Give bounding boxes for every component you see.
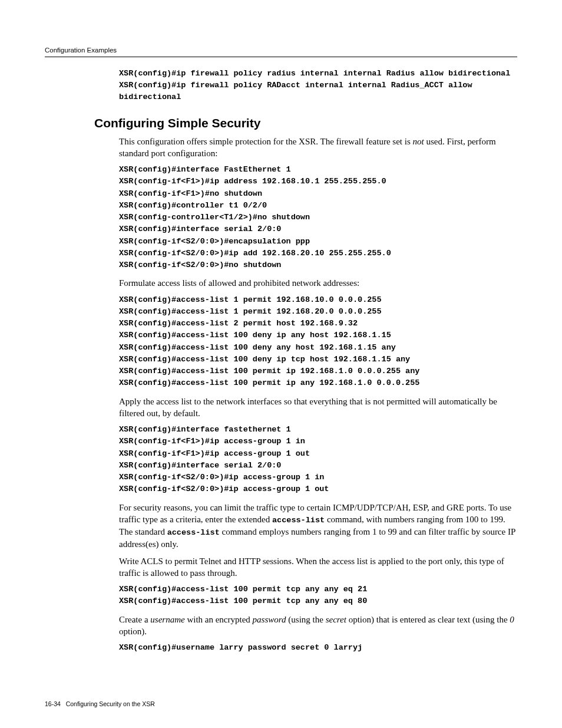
emphasis-secret: secret [326,615,346,624]
running-head: Configuration Examples [45,46,517,55]
code-block-3: XSR(config)#interface fastethernet 1 XSR… [119,424,517,496]
code-line: XSR(config)#access-list 100 permit ip 19… [119,367,419,375]
section-body: This configuration offers simple protect… [45,136,517,654]
code-line: XSR(config-if<S2/0:0>)#ip access-group 1… [119,485,329,493]
paragraph-4: Write ACLS to permit Telnet and HTTP ses… [119,555,517,579]
code-line: XSR(config-if<F1>)#ip access-group 1 out [119,449,310,458]
code-line: XSR(config)#access-list 100 deny ip tcp … [119,355,410,364]
text: (using the [286,615,326,624]
paragraph-2: Apply the access list to the network int… [119,396,517,420]
code-block-4: XSR(config)#access-list 100 permit tcp a… [119,584,517,608]
footer-text: Configuring Security on the XSR [66,700,155,707]
text: option) that is entered as clear text (u… [346,615,510,624]
header-rule [45,57,517,57]
code-block-1: XSR(config)#interface FastEthernet 1 XSR… [119,164,517,271]
code-line: XSR(config)#access-list 1 permit 192.168… [119,295,382,304]
text: This configuration offers simple protect… [119,137,412,146]
paragraph-3: For security reasons, you can limit the … [119,502,517,551]
inline-code-access-list: access-list [272,516,325,525]
emphasis-password: password [253,615,286,624]
intro-paragraph: This configuration offers simple protect… [119,136,517,160]
code-line: XSR(config-if<F1>)#no shutdown [119,189,262,198]
code-line: XSR(config)#access-list 100 deny ip any … [119,331,391,340]
code-line: XSR(config)#interface fastethernet 1 [119,425,291,434]
inline-code-access-list: access-list [167,528,220,537]
page-footer: 16-34 Configuring Security on the XSR [45,700,155,708]
code-line: XSR(config-if<S2/0:0>)#ip add 192.168.20… [119,249,391,258]
paragraph-5: Create a username with an encrypted pass… [119,614,517,638]
text: option). [119,627,147,636]
top-code-wrapper: XSR(config)#ip firewall policy radius in… [45,68,517,104]
code-block-5: XSR(config)#username larry password secr… [119,642,517,654]
page-container: Configuration Examples XSR(config)#ip fi… [0,0,562,728]
paragraph-1: Formulate access lists of allowed and pr… [119,277,517,289]
code-block-2: XSR(config)#access-list 1 permit 192.168… [119,294,517,390]
emphasis-username: username [150,615,184,624]
code-line: XSR(config)#access-list 100 deny any hos… [119,343,396,352]
emphasis-not: not [412,137,424,146]
text: with an encrypted [185,615,253,624]
code-line: XSR(config)#access-list 100 permit tcp a… [119,585,367,594]
code-line: XSR(config)#ip firewall policy RADacct i… [119,81,477,101]
code-line: XSR(config)#access-list 2 permit host 19… [119,319,358,328]
code-line: XSR(config)#interface serial 2/0:0 [119,461,281,470]
text: Create a [119,615,150,624]
code-line: XSR(config)#access-list 1 permit 192.168… [119,307,382,316]
section-title: Configuring Simple Security [94,115,517,131]
code-line: XSR(config-if<S2/0:0>)#encapsulation ppp [119,237,310,246]
code-line: XSR(config)#ip firewall policy radius in… [119,69,510,78]
code-line: XSR(config-if<S2/0:0>)#no shutdown [119,261,281,269]
code-line: XSR(config-if<F1>)#ip address 192.168.10… [119,177,386,186]
code-line: XSR(config-controller<T1/2>)#no shutdown [119,213,310,222]
code-line: XSR(config)#access-list 100 permit tcp a… [119,597,367,605]
page-number: 16-34 [45,700,61,707]
code-line: XSR(config)#controller t1 0/2/0 [119,201,267,210]
code-line: XSR(config)#access-list 100 permit ip an… [119,378,419,387]
code-block-top: XSR(config)#ip firewall policy radius in… [119,68,517,104]
code-line: XSR(config-if<S2/0:0>)#ip access-group 1… [119,473,324,482]
emphasis-zero: 0 [510,615,514,624]
code-line: XSR(config)#interface FastEthernet 1 [119,165,291,174]
code-line: XSR(config)#interface serial 2/0:0 [119,225,281,233]
code-line: XSR(config)#username larry password secr… [119,643,362,652]
code-line: XSR(config-if<F1>)#ip access-group 1 in [119,437,305,446]
